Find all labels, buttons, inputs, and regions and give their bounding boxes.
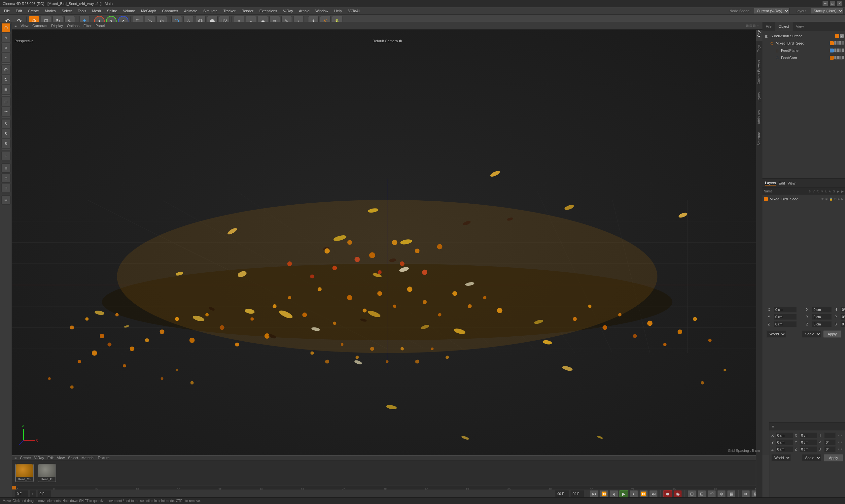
- grid-lt-btn[interactable]: ⊞: [1, 163, 11, 173]
- minimize-button[interactable]: ─: [823, 1, 828, 6]
- layers-tab-view[interactable]: View: [788, 181, 795, 185]
- mat-create[interactable]: Create: [20, 456, 31, 460]
- close-button[interactable]: ✕: [837, 1, 842, 6]
- effector-lt-btn[interactable]: ⊛: [1, 195, 11, 205]
- mat-view[interactable]: View: [57, 456, 65, 460]
- side-tab-structure[interactable]: Structure: [756, 128, 762, 149]
- menu-tracker[interactable]: Tracker: [221, 8, 239, 14]
- mat-edit[interactable]: Edit: [47, 456, 53, 460]
- record-btn[interactable]: ⏺: [663, 490, 672, 498]
- coord-h-val[interactable]: 0 cm: [812, 307, 832, 312]
- rotate-lt-btn[interactable]: ↻: [1, 75, 11, 84]
- menu-character[interactable]: Character: [159, 8, 181, 14]
- layer-solo-icon[interactable]: ◻: [834, 197, 837, 201]
- layout-select[interactable]: Startup (User): [811, 8, 844, 14]
- scene-view[interactable]: Perspective Default Camera ✱: [12, 30, 762, 455]
- coord-yp-val[interactable]: 0 cm: [812, 314, 832, 320]
- side-tab-content[interactable]: Content Browser: [756, 56, 762, 88]
- menu-select[interactable]: Select: [59, 8, 75, 14]
- rot-h-val[interactable]: 0°: [840, 307, 845, 312]
- coord-x-val[interactable]: 0 cm: [774, 307, 797, 312]
- y-pos-input[interactable]: 0 cm: [776, 439, 793, 445]
- layer-render-icon[interactable]: ◉: [825, 197, 828, 201]
- node-space-select[interactable]: Current (V-Ray): [754, 8, 790, 14]
- mat-texture[interactable]: Texture: [98, 456, 110, 460]
- goto-end-btn[interactable]: ⏭: [649, 490, 658, 498]
- world-dropdown[interactable]: World: [771, 454, 791, 462]
- mat-vray[interactable]: V-Ray: [34, 456, 44, 460]
- apply-coords-button[interactable]: Apply: [824, 454, 843, 462]
- menu-volume[interactable]: Volume: [121, 8, 138, 14]
- play-btn[interactable]: ▶: [619, 490, 628, 498]
- selection-lt-btn[interactable]: ◻: [1, 97, 11, 106]
- side-tab-layers[interactable]: Layers: [756, 88, 762, 106]
- objects-tab[interactable]: Object: [775, 22, 793, 31]
- goto-start-btn[interactable]: ⏮: [590, 490, 598, 498]
- menu-mesh[interactable]: Mesh: [89, 8, 104, 14]
- menu-spline[interactable]: Spline: [104, 8, 120, 14]
- maximize-button[interactable]: □: [830, 1, 835, 6]
- move-lt-btn[interactable]: ⊕: [1, 65, 11, 74]
- menu-animate[interactable]: Animate: [181, 8, 200, 14]
- layers-tab-layers[interactable]: Layers: [765, 181, 776, 185]
- next-key-btn[interactable]: ⏩: [639, 490, 648, 498]
- vp-hamburger[interactable]: ≡: [15, 24, 17, 28]
- frame-current-input[interactable]: 0 F: [37, 490, 51, 498]
- pen-lt-btn[interactable]: S: [1, 139, 11, 148]
- menu-arnold[interactable]: Arnold: [296, 8, 312, 14]
- timeline-motion-1[interactable]: ⇒: [741, 490, 750, 498]
- world-select[interactable]: World: [767, 330, 786, 338]
- menu-window[interactable]: Window: [313, 8, 331, 14]
- layer-row-mixed[interactable]: Mixed_Bird_Seed 👁 ◉ 🔒 ◻ ▶ ▶: [762, 195, 845, 203]
- vp-cameras-menu[interactable]: Cameras: [32, 24, 47, 28]
- obj-row-mixed-bird-seed[interactable]: ⬡ Mixed_Bird_Seed: [762, 40, 845, 47]
- prev-frame-btn[interactable]: ⏴: [610, 490, 618, 498]
- frame-start-input[interactable]: 0 F: [15, 490, 29, 498]
- scale-select[interactable]: Scale: [802, 330, 821, 338]
- menu-create[interactable]: Create: [25, 8, 41, 14]
- menu-render[interactable]: Render: [239, 8, 256, 14]
- x-h-input[interactable]: [824, 432, 836, 438]
- spline-lt-btn[interactable]: S: [1, 129, 11, 138]
- rot-p-val[interactable]: 0°: [840, 314, 845, 320]
- scale-dropdown[interactable]: Scale: [802, 454, 821, 462]
- menu-vray[interactable]: V-Ray: [280, 8, 296, 14]
- y-size-input[interactable]: 0 cm: [799, 439, 817, 445]
- mat-select[interactable]: Select: [68, 456, 78, 460]
- layer-lock-icon[interactable]: 🔒: [829, 197, 833, 201]
- window-controls[interactable]: ─ □ ✕: [823, 1, 842, 6]
- z-size-input[interactable]: 0 cm: [799, 446, 817, 452]
- vp-view-menu[interactable]: View: [20, 24, 29, 28]
- layer-gen-icon[interactable]: ▶: [841, 197, 844, 201]
- coord-z-val[interactable]: 0 cm: [774, 321, 797, 327]
- z-pos-input[interactable]: 0 cm: [776, 446, 793, 452]
- prev-key-btn[interactable]: ⏪: [600, 490, 608, 498]
- timeline-extra-3[interactable]: ↶: [707, 490, 716, 498]
- menu-mograph[interactable]: MoGraph: [138, 8, 159, 14]
- frame-end-display[interactable]: 90 F: [570, 490, 584, 498]
- rot-b-val[interactable]: 0°: [840, 321, 845, 327]
- keyframe-btn[interactable]: ◉: [673, 490, 682, 498]
- layer-eye-icon[interactable]: 👁: [821, 197, 824, 201]
- texture-lt-btn[interactable]: ⊡: [1, 173, 11, 182]
- obj-row-feedplane[interactable]: ◻ FeedPlane: [762, 47, 845, 54]
- x-size-input[interactable]: 0 cm: [799, 432, 817, 438]
- menu-simulate[interactable]: Simulate: [201, 8, 220, 14]
- menu-3dtoall[interactable]: 3DToAll: [345, 8, 363, 14]
- vp-filter-menu[interactable]: Filter: [84, 24, 91, 28]
- vp-panel-menu[interactable]: Panel: [95, 24, 105, 28]
- layers-tab-edit[interactable]: Edit: [779, 181, 785, 185]
- vp-display-menu[interactable]: Display: [51, 24, 63, 28]
- scale-lt-btn[interactable]: ⊞: [1, 85, 11, 94]
- side-tab-attributes[interactable]: Attributes: [756, 106, 762, 128]
- apply-button[interactable]: Apply: [823, 330, 841, 338]
- model-mode-btn[interactable]: ⬡: [1, 23, 11, 32]
- paint-mode-btn[interactable]: ✎: [1, 33, 11, 42]
- menu-tools[interactable]: Tools: [75, 8, 89, 14]
- next-frame-btn[interactable]: ⏵: [629, 490, 638, 498]
- file-tab[interactable]: File: [762, 22, 775, 31]
- material-thumb-feedco[interactable]: Feed_Co: [15, 464, 34, 482]
- mat-material[interactable]: Material: [82, 456, 94, 460]
- vp-options-menu[interactable]: Options: [67, 24, 80, 28]
- menu-edit[interactable]: Edit: [13, 8, 25, 14]
